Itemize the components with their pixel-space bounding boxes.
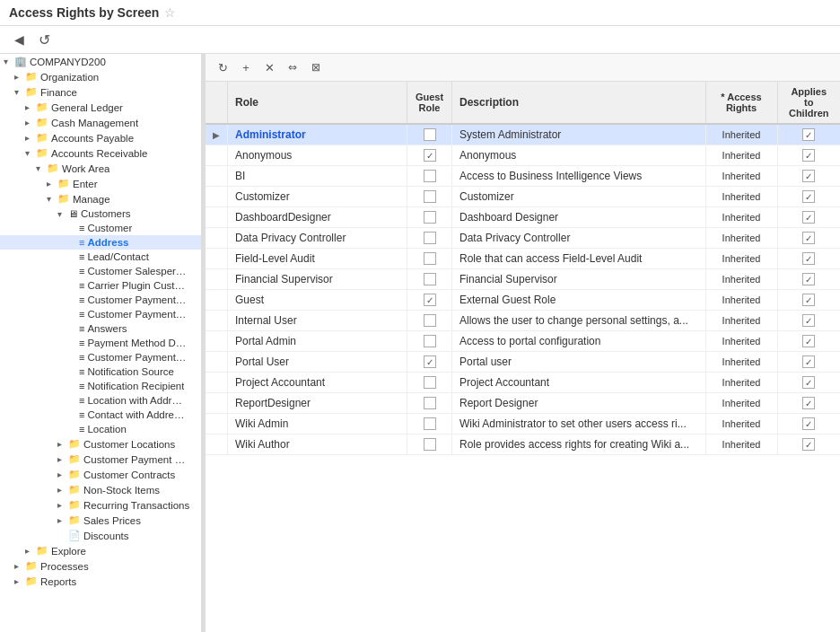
table-row[interactable]: Project AccountantProject AccountantInhe… xyxy=(206,373,840,393)
guest-checkbox[interactable] xyxy=(424,211,436,224)
tree-location[interactable]: ≡ Location xyxy=(0,422,201,436)
cell-guest-role[interactable] xyxy=(407,124,452,145)
tree-cash-management[interactable]: ▸ 📁 Cash Management xyxy=(0,115,201,130)
cell-applies-to-children[interactable] xyxy=(777,269,840,290)
cell-guest-role[interactable] xyxy=(407,434,452,455)
col-header-access-rights[interactable]: * Access Rights xyxy=(705,82,777,124)
applies-checkbox[interactable] xyxy=(802,232,815,244)
row-expander[interactable] xyxy=(206,207,228,228)
table-row[interactable]: CustomizerCustomizerInherited xyxy=(206,187,840,207)
applies-checkbox[interactable] xyxy=(802,128,815,141)
cell-guest-role[interactable] xyxy=(407,269,452,290)
row-expander[interactable] xyxy=(206,373,228,393)
guest-checkbox[interactable] xyxy=(424,128,436,141)
tree-sales-prices[interactable]: ▸ 📁 Sales Prices xyxy=(0,513,201,528)
table-row[interactable]: AnonymousAnonymousInherited xyxy=(206,145,840,166)
tree-non-stock-items[interactable]: ▸ 📁 Non-Stock Items xyxy=(0,482,201,497)
guest-checkbox[interactable] xyxy=(424,335,436,347)
row-expander[interactable] xyxy=(206,331,228,352)
cell-applies-to-children[interactable] xyxy=(777,249,840,269)
tree-answers[interactable]: ≡ Answers xyxy=(0,321,201,336)
cell-guest-role[interactable] xyxy=(407,290,452,311)
applies-checkbox[interactable] xyxy=(802,170,815,182)
guest-checkbox[interactable] xyxy=(424,190,436,203)
tree-processes[interactable]: ▸ 📁 Processes xyxy=(0,558,201,574)
tree-explore[interactable]: ▸ 📁 Explore xyxy=(0,543,201,558)
tree-accounts-receivable[interactable]: ▾ 📁 Accounts Receivable xyxy=(0,145,201,161)
row-expander[interactable]: ▶ xyxy=(206,124,228,145)
tree-reports[interactable]: ▸ 📁 Reports xyxy=(0,574,201,589)
applies-checkbox[interactable] xyxy=(802,211,815,224)
table-row[interactable]: Internal UserAllows the user to change p… xyxy=(206,311,840,331)
cell-applies-to-children[interactable] xyxy=(777,414,840,434)
tree-discounts[interactable]: 📄 Discounts xyxy=(0,528,201,543)
applies-checkbox[interactable] xyxy=(802,356,815,368)
row-expander[interactable] xyxy=(206,393,228,414)
table-row[interactable]: Portal UserPortal userInherited xyxy=(206,352,840,373)
table-row[interactable]: Data Privacy ControllerData Privacy Cont… xyxy=(206,228,840,249)
guest-checkbox[interactable] xyxy=(424,149,436,162)
applies-checkbox[interactable] xyxy=(802,149,815,162)
guest-checkbox[interactable] xyxy=(424,273,436,285)
cell-applies-to-children[interactable] xyxy=(777,290,840,311)
redo-button[interactable]: ↺ xyxy=(34,30,54,49)
table-row[interactable]: DashboardDesignerDashboard DesignerInher… xyxy=(206,207,840,228)
tree-lead-contact[interactable]: ≡ Lead/Contact xyxy=(0,250,201,264)
cell-applies-to-children[interactable] xyxy=(777,393,840,414)
tree-customer-payment-m2[interactable]: ≡ Customer Payment M... xyxy=(0,307,201,321)
row-expander[interactable] xyxy=(206,434,228,455)
tree-recurring-transactions[interactable]: ▸ 📁 Recurring Transactions xyxy=(0,497,201,513)
tree-work-area[interactable]: ▾ 📁 Work Area xyxy=(0,161,201,176)
guest-checkbox[interactable] xyxy=(424,438,436,451)
tree-general-ledger[interactable]: ▸ 📁 General Ledger xyxy=(0,100,201,115)
tree-customers[interactable]: ▾ 🖥 Customers xyxy=(0,206,201,221)
tree-customer-payment-m3[interactable]: ≡ Customer Payment M... xyxy=(0,350,201,364)
guest-checkbox[interactable] xyxy=(424,170,436,182)
cell-guest-role[interactable] xyxy=(407,145,452,166)
guest-checkbox[interactable] xyxy=(424,252,436,265)
applies-checkbox[interactable] xyxy=(802,417,815,430)
tree-location-with-address[interactable]: ≡ Location with Addres... xyxy=(0,393,201,408)
cell-applies-to-children[interactable] xyxy=(777,331,840,352)
guest-checkbox[interactable] xyxy=(424,397,436,409)
table-row[interactable]: ▶AdministratorSystem AdministratorInheri… xyxy=(206,124,840,145)
applies-checkbox[interactable] xyxy=(802,190,815,203)
col-header-role[interactable]: Role xyxy=(228,82,407,124)
cell-guest-role[interactable] xyxy=(407,373,452,393)
tree-customer-locations[interactable]: ▸ 📁 Customer Locations xyxy=(0,436,201,452)
guest-checkbox[interactable] xyxy=(424,417,436,430)
guest-checkbox[interactable] xyxy=(424,376,436,389)
row-expander[interactable] xyxy=(206,187,228,207)
back-button[interactable]: ◀ xyxy=(9,30,29,49)
applies-checkbox[interactable] xyxy=(802,335,815,347)
tree-customer-salesperson[interactable]: ≡ Customer Salespers... xyxy=(0,264,201,278)
cell-applies-to-children[interactable] xyxy=(777,434,840,455)
tree-enter[interactable]: ▸ 📁 Enter xyxy=(0,176,201,191)
tree-contact-with-address[interactable]: ≡ Contact with Address... xyxy=(0,408,201,422)
applies-checkbox[interactable] xyxy=(802,438,815,451)
cell-applies-to-children[interactable] xyxy=(777,166,840,187)
tree-payment-method-det[interactable]: ≡ Payment Method Det... xyxy=(0,336,201,350)
row-expander[interactable] xyxy=(206,352,228,373)
cell-guest-role[interactable] xyxy=(407,352,452,373)
cell-applies-to-children[interactable] xyxy=(777,124,840,145)
cell-applies-to-children[interactable] xyxy=(777,311,840,331)
tree-customer-contracts[interactable]: ▸ 📁 Customer Contracts xyxy=(0,467,201,482)
fit-columns-button[interactable]: ⇔ xyxy=(283,57,302,77)
col-header-applies-to-children[interactable]: Applies to Children xyxy=(777,82,840,124)
applies-checkbox[interactable] xyxy=(802,397,815,409)
row-expander[interactable] xyxy=(206,145,228,166)
cell-guest-role[interactable] xyxy=(407,166,452,187)
cell-guest-role[interactable] xyxy=(407,228,452,249)
refresh-button[interactable]: ↻ xyxy=(213,57,232,77)
table-row[interactable]: ReportDesignerReport DesignerInherited xyxy=(206,393,840,414)
delete-button[interactable]: ✕ xyxy=(259,57,279,77)
cell-guest-role[interactable] xyxy=(407,311,452,331)
tree-accounts-payable[interactable]: ▸ 📁 Accounts Payable xyxy=(0,130,201,145)
cell-guest-role[interactable] xyxy=(407,187,452,207)
expand-button[interactable]: ⊠ xyxy=(306,57,326,77)
table-row[interactable]: Wiki AuthorRole provides access rights f… xyxy=(206,434,840,455)
tree-carrier-plugin[interactable]: ≡ Carrier Plugin Custo... xyxy=(0,278,201,293)
tree-customer-payment-m1[interactable]: ≡ Customer Payment M... xyxy=(0,293,201,307)
row-expander[interactable] xyxy=(206,249,228,269)
